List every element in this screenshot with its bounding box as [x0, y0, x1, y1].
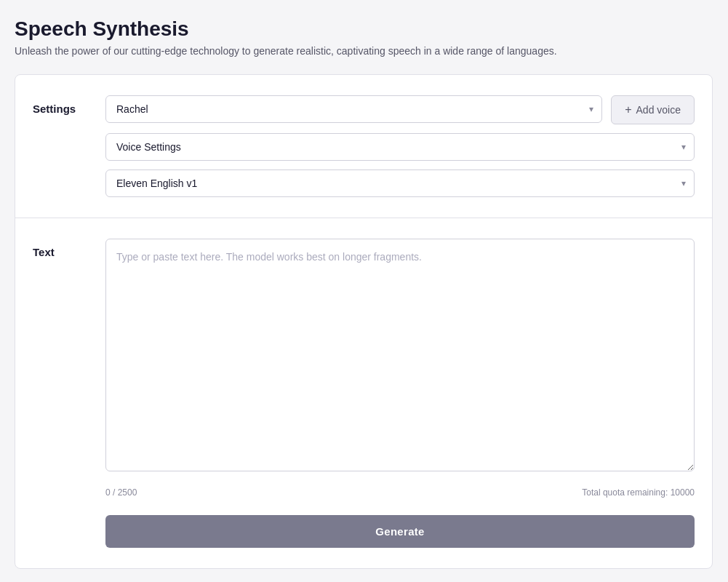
settings-content: Rachel Adam Bella Charlie Dorothy ▾ + Ad… — [105, 95, 695, 197]
voice-settings-select[interactable]: Voice Settings Custom Settings — [105, 133, 695, 161]
add-voice-button[interactable]: + Add voice — [611, 95, 695, 124]
settings-label: Settings — [33, 95, 105, 115]
voice-settings-select-wrapper: Voice Settings Custom Settings ▾ — [105, 133, 695, 161]
model-select[interactable]: Eleven English v1 Eleven English v2 Elev… — [105, 170, 695, 197]
generate-button[interactable]: Generate — [105, 515, 695, 548]
voice-select[interactable]: Rachel Adam Bella Charlie Dorothy — [105, 95, 602, 123]
voice-row: Rachel Adam Bella Charlie Dorothy ▾ + Ad… — [105, 95, 695, 124]
text-input[interactable] — [105, 239, 695, 471]
char-count: 0 / 2500 — [105, 487, 137, 498]
page-subtitle: Unleash the power of our cutting-edge te… — [15, 45, 713, 57]
main-card: Settings Rachel Adam Bella Charlie Dorot… — [15, 74, 713, 569]
page-title: Speech Synthesis — [15, 17, 713, 41]
voice-select-wrapper: Rachel Adam Bella Charlie Dorothy ▾ — [105, 95, 602, 123]
model-select-wrapper: Eleven English v1 Eleven English v2 Elev… — [105, 170, 695, 197]
quota-remaining: Total quota remaining: 10000 — [582, 487, 695, 498]
text-meta: 0 / 2500 Total quota remaining: 10000 — [105, 487, 695, 498]
settings-section: Settings Rachel Adam Bella Charlie Dorot… — [15, 75, 712, 218]
text-section: Text 0 / 2500 Total quota remaining: 100… — [15, 218, 712, 568]
textarea-wrapper — [105, 239, 695, 474]
text-label: Text — [33, 239, 105, 258]
text-content: 0 / 2500 Total quota remaining: 10000 Ge… — [105, 239, 695, 548]
plus-icon: + — [625, 103, 631, 116]
add-voice-label: Add voice — [636, 104, 681, 116]
